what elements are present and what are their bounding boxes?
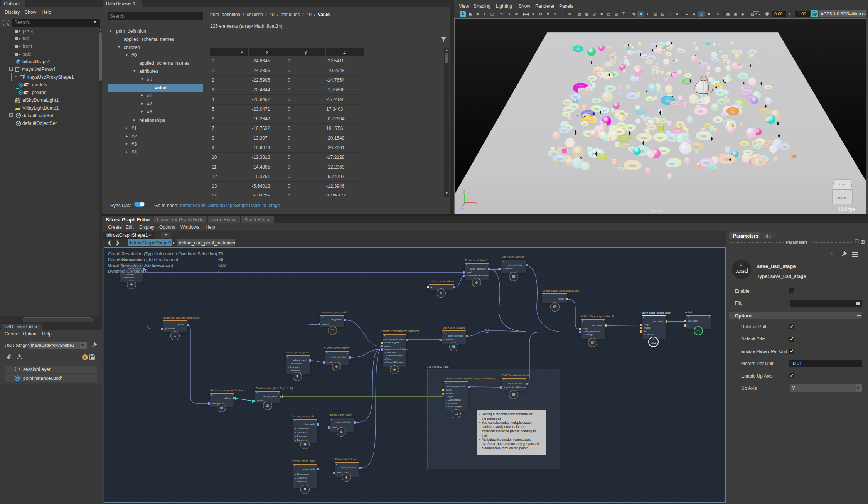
svg-text:FRONT: FRONT: [836, 196, 849, 200]
svg-text:persp: persp: [652, 209, 663, 213]
svg-text:12.9 fps: 12.9 fps: [838, 207, 855, 212]
svg-text:y: y: [463, 189, 465, 193]
svg-text:TOP: TOP: [839, 183, 845, 186]
svg-text:z: z: [461, 207, 463, 211]
svg-text:x: x: [475, 201, 477, 205]
